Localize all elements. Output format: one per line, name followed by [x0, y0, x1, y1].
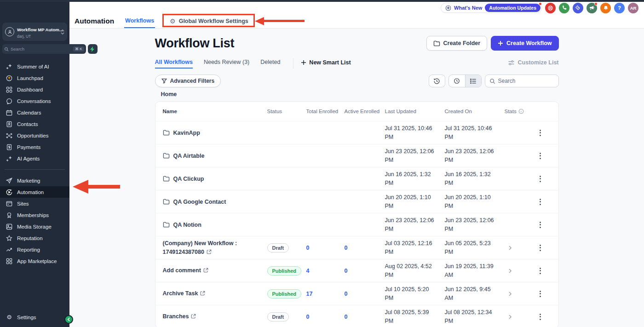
sidebar-item-memberships[interactable]: Memberships: [0, 209, 69, 221]
workflow-search-input[interactable]: [498, 78, 554, 84]
active-enrolled-link[interactable]: 0: [345, 245, 385, 251]
folder-name[interactable]: QA Clickup: [173, 176, 204, 182]
help-center-button[interactable]: [545, 3, 556, 13]
row-menu-button[interactable]: [538, 197, 543, 207]
tab-deleted[interactable]: Deleted: [260, 59, 280, 69]
row-menu-button[interactable]: [538, 128, 543, 138]
sidebar-search[interactable]: ⌘ K: [2, 44, 86, 54]
folder-name[interactable]: QA Google Contact: [173, 199, 226, 205]
row-menu-button[interactable]: [538, 289, 543, 299]
row-menu-button[interactable]: [538, 243, 543, 253]
table-row-folder[interactable]: QA Google Contact Jun 20 2025, 1:10 PM J…: [155, 190, 558, 213]
folder-name[interactable]: KavinApp: [173, 130, 200, 136]
advanced-filters-label: Advanced Filters: [170, 78, 215, 84]
whats-new-pill[interactable]: What's New Automation Updates: [441, 3, 542, 13]
column-total-enrolled[interactable]: Total Enrolled: [306, 109, 345, 114]
total-enrolled-link[interactable]: 0: [306, 245, 345, 251]
table-row-folder[interactable]: QA Notion Jun 23 2025, 12:06 PM Jun 23 2…: [155, 213, 558, 236]
external-link-icon[interactable]: [191, 314, 196, 319]
total-enrolled-link[interactable]: 0: [306, 314, 345, 320]
new-smart-list-button[interactable]: New Smart List: [301, 59, 351, 68]
advanced-filters-button[interactable]: Advanced Filters: [155, 75, 221, 87]
column-created-on[interactable]: Created On: [445, 109, 505, 114]
sidebar-item-reporting[interactable]: Reporting: [0, 244, 69, 255]
table-row-workflow[interactable]: Archive Task Published 17 0 Jul 10 2025,…: [155, 282, 558, 305]
help-button[interactable]: ?: [614, 3, 625, 13]
sidebar-item-app-marketplace[interactable]: App Marketplace: [0, 255, 69, 267]
active-enrolled-link[interactable]: 0: [345, 268, 385, 274]
customize-list-button[interactable]: Customize List: [508, 59, 559, 68]
sidebar-item-contacts[interactable]: Contacts: [0, 118, 69, 130]
column-status[interactable]: Status: [267, 109, 306, 114]
create-workflow-button[interactable]: Create Workflow: [491, 36, 558, 51]
tab-needs-review[interactable]: Needs Review (3): [204, 59, 249, 69]
user-avatar[interactable]: AR: [628, 3, 638, 13]
total-enrolled-link[interactable]: 17: [306, 291, 345, 297]
expand-stats-button[interactable]: [507, 291, 513, 297]
breadcrumb[interactable]: Home: [155, 91, 559, 98]
ticket-button[interactable]: [573, 3, 583, 13]
sidebar-item-payments[interactable]: Payments: [0, 141, 69, 153]
table-row-folder[interactable]: QA Clickup Jun 16 2025, 1:32 PM Jun 16 2…: [155, 167, 558, 190]
tab-all-workflows[interactable]: All Workflows: [155, 59, 193, 69]
row-menu-button[interactable]: [538, 312, 543, 322]
global-workflow-settings-button[interactable]: ⚙ Global Workflow Settings: [163, 14, 255, 28]
table-row-workflow[interactable]: Add comment Published 4 0 Aug 02 2025, 4…: [155, 259, 558, 282]
external-link-icon[interactable]: [200, 291, 205, 296]
external-link-icon[interactable]: [207, 249, 212, 254]
sidebar-item-marketing[interactable]: Marketing: [0, 175, 69, 186]
recent-view-toggle[interactable]: [449, 75, 465, 87]
sidebar-item-automation[interactable]: Automation: [0, 186, 69, 198]
enrollment-history-button[interactable]: [429, 75, 445, 87]
notifications-button[interactable]: [600, 3, 611, 13]
create-folder-button[interactable]: Create Folder: [426, 36, 488, 51]
folder-name[interactable]: QA Notion: [173, 222, 201, 228]
sidebar-item-reputation[interactable]: Reputation: [0, 232, 69, 244]
column-last-updated[interactable]: Last Updated: [385, 109, 445, 114]
workflow-name[interactable]: Archive Task: [163, 290, 198, 297]
total-enrolled-link[interactable]: 4: [306, 268, 345, 274]
sidebar-item-calendars[interactable]: Calendars: [0, 107, 69, 118]
active-enrolled-link[interactable]: 0: [345, 291, 385, 297]
table-row-folder[interactable]: KavinApp Jul 31 2025, 10:46 PM Jul 31 20…: [155, 121, 558, 144]
automation-updates-badge[interactable]: Automation Updates: [485, 4, 540, 12]
sidebar-item-opportunities[interactable]: Opportunities: [0, 130, 69, 141]
row-menu-button[interactable]: [538, 174, 543, 184]
expand-stats-button[interactable]: [507, 245, 513, 251]
table-row-workflow[interactable]: (Company) New Workflow : 1749124387080 D…: [155, 236, 558, 259]
workflow-name[interactable]: (Company) New Workflow : 1749124387080: [163, 240, 237, 255]
sidebar-item-media-storage[interactable]: Media Storage: [0, 221, 69, 232]
announcements-button[interactable]: [586, 3, 597, 13]
column-name[interactable]: Name: [155, 109, 267, 114]
column-active-enrolled[interactable]: Active Enrolled: [345, 109, 385, 114]
expand-stats-button[interactable]: [507, 314, 513, 320]
list-tabs: All Workflows Needs Review (3) Deleted N…: [155, 58, 559, 69]
active-enrolled-link[interactable]: 0: [345, 314, 385, 320]
row-menu-button[interactable]: [538, 151, 543, 161]
list-view-toggle[interactable]: [465, 75, 481, 87]
sidebar-item-dashboard[interactable]: Dashboard: [0, 84, 69, 95]
sidebar-item-conversations[interactable]: Conversations: [0, 95, 69, 107]
expand-stats-button[interactable]: [507, 268, 513, 274]
phone-button[interactable]: [559, 3, 569, 13]
external-link-icon[interactable]: [203, 268, 208, 273]
sidebar-collapse-button[interactable]: [64, 315, 73, 324]
folder-name[interactable]: QA Airtable: [173, 153, 205, 159]
tab-workflows[interactable]: Workflows: [124, 14, 155, 28]
table-row-folder[interactable]: QA Airtable Jun 23 2025, 12:06 PM Jun 23…: [155, 144, 558, 167]
workflow-name[interactable]: Branches: [163, 313, 189, 320]
workflow-search[interactable]: [485, 75, 559, 87]
account-switcher[interactable]: Workflow MP Autom... darj, UT: [2, 23, 67, 41]
sidebar-search-input[interactable]: [11, 46, 71, 52]
sidebar-item-summer-of-ai[interactable]: Summer of AI: [0, 61, 69, 72]
sidebar-item-sites[interactable]: Sites: [0, 198, 69, 209]
sidebar-item-launchpad[interactable]: Launchpad: [0, 72, 69, 84]
row-menu-button[interactable]: [538, 266, 543, 276]
table-row-workflow[interactable]: Branches Draft 0 0 Jul 08 2025, 5:39 PM …: [155, 305, 558, 327]
column-stats[interactable]: Stats: [505, 109, 559, 114]
quick-actions-button[interactable]: [88, 44, 98, 54]
sidebar-item-settings[interactable]: ⚙ Settings: [0, 311, 69, 323]
sidebar-item-ai-agents[interactable]: AI Agents: [0, 153, 69, 164]
workflow-name[interactable]: Add comment: [163, 267, 201, 274]
row-menu-button[interactable]: [538, 220, 543, 230]
